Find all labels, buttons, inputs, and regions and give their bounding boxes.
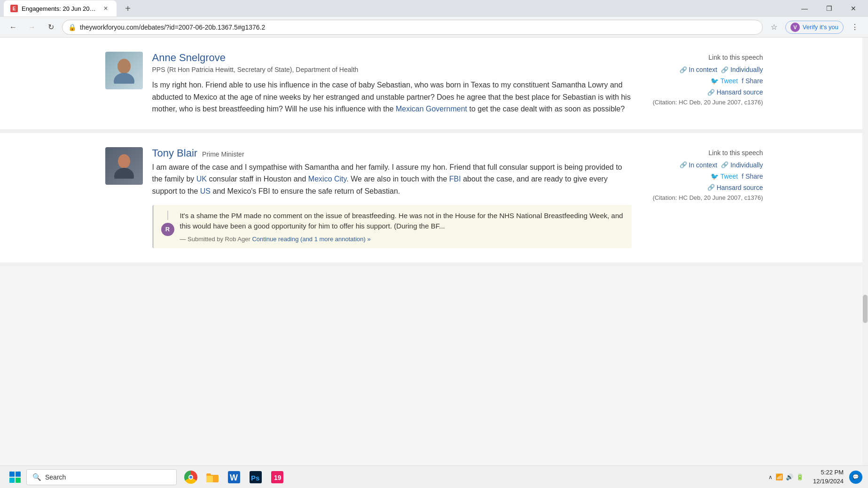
svg-point-1 — [114, 73, 134, 84]
facebook-icon-anne: f — [742, 77, 743, 85]
share-link-tony[interactable]: f Share — [742, 173, 763, 180]
hansard-link-anne[interactable]: 🔗 Hansard source — [641, 88, 763, 96]
annotation-text: It's a shame the PM made no comment on t… — [180, 211, 624, 232]
annotation-footer: — Submitted by Rob Ager Continue reading… — [180, 236, 624, 243]
notification-button[interactable]: 💬 — [849, 471, 862, 484]
link-icon-tony: 🔗 — [680, 161, 687, 168]
browser-tab[interactable]: E Engagements: 20 Jun 2007: Ho... ✕ — [4, 0, 117, 16]
link-to-speech-label-tony: Link to this speech — [641, 149, 763, 157]
twitter-icon-tony: 🐦 — [711, 173, 719, 180]
uk-link[interactable]: UK — [196, 175, 207, 183]
annotation-avatar: R — [161, 223, 174, 236]
start-button[interactable] — [6, 468, 24, 487]
back-button[interactable]: ← — [6, 20, 21, 35]
individually-link-anne[interactable]: 🔗 Individually — [721, 66, 763, 73]
speech-sidebar-tony: Link to this speech 🔗 In context 🔗 Indiv… — [641, 147, 763, 248]
taskbar-search-box[interactable]: 🔍 Search — [26, 469, 177, 485]
continue-reading-link[interactable]: Continue reading (and 1 more annotation)… — [252, 236, 370, 243]
url-text: theyworkforyou.com/debates/?id=2007-06-2… — [80, 24, 757, 31]
speech-content-anne: Anne Snelgrove PPS (Rt Hon Patricia Hewi… — [152, 52, 632, 115]
taskbar-apps: W Ps 19 — [180, 467, 288, 488]
social-actions-anne: 🐦 Tweet f Share — [641, 77, 763, 85]
speaker-name-anne[interactable]: Anne Snelgrove — [152, 52, 632, 64]
annotation-wrapper: R It's a shame the PM made no comment on… — [161, 211, 624, 243]
in-context-link-tony[interactable]: 🔗 In context — [680, 161, 718, 169]
clock-time: 5:22 PM — [813, 468, 844, 477]
facebook-icon-tony: f — [742, 173, 743, 180]
tab-close-button[interactable]: ✕ — [102, 4, 110, 13]
hansard-icon-tony: 🔗 — [707, 184, 715, 191]
svg-text:Ps: Ps — [251, 474, 259, 482]
mexico-city-link[interactable]: Mexico City — [308, 175, 347, 183]
speech-block-tony: Tony Blair Prime Minister I am aware of … — [0, 133, 868, 266]
share-link-anne[interactable]: f Share — [742, 77, 763, 85]
fbi-link[interactable]: FBI — [449, 175, 461, 183]
svg-text:W: W — [230, 473, 238, 482]
svg-point-0 — [117, 59, 131, 74]
taskbar-word[interactable]: W — [224, 467, 244, 488]
speech-sidebar-anne: Link to this speech 🔗 In context 🔗 Indiv… — [641, 52, 763, 115]
title-bar: E Engagements: 20 Jun 2007: Ho... ✕ + — … — [0, 0, 868, 17]
hansard-link-tony[interactable]: 🔗 Hansard source — [641, 184, 763, 191]
mexican-government-link[interactable]: Mexican Government — [396, 105, 467, 113]
link-icon2-anne: 🔗 — [721, 66, 728, 73]
browser-window: E Engagements: 20 Jun 2007: Ho... ✕ + — … — [0, 0, 868, 488]
battery-icon: 🔋 — [796, 473, 804, 480]
wifi-icon: 📶 — [775, 473, 783, 480]
annotation-block-tony: R It's a shame the PM made no comment on… — [152, 205, 632, 248]
link-to-speech-label-anne: Link to this speech — [641, 54, 763, 61]
chevron-icon[interactable]: ∧ — [768, 474, 773, 480]
search-icon: 🔍 — [32, 473, 41, 481]
file-explorer-icon — [206, 472, 219, 482]
system-tray: ∧ 📶 🔊 🔋 5:22 PM 12/19/2024 💬 — [765, 468, 862, 485]
window-controls: — ❐ ✕ — [794, 1, 864, 16]
social-actions-tony: 🐦 Tweet f Share — [641, 173, 763, 180]
tweet-link-tony[interactable]: 🐦 Tweet — [711, 173, 738, 180]
photoshop-icon: Ps — [250, 471, 262, 483]
menu-button[interactable]: ⋮ — [847, 20, 862, 35]
minimize-button[interactable]: — — [794, 1, 815, 16]
app5-icon: 19 — [271, 471, 283, 483]
taskbar-app5[interactable]: 19 — [267, 467, 288, 488]
scrollbar[interactable] — [862, 38, 868, 465]
navigation-bar: ← → ↻ 🔒 theyworkforyou.com/debates/?id=2… — [0, 17, 868, 38]
security-icon: 🔒 — [68, 24, 76, 31]
taskbar-file-explorer[interactable] — [202, 467, 223, 488]
refresh-button[interactable]: ↻ — [43, 20, 58, 35]
speech-block-anne: Anne Snelgrove PPS (Rt Hon Patricia Hewi… — [0, 38, 868, 133]
svg-point-3 — [114, 168, 134, 179]
taskbar: 🔍 Search W — [0, 465, 868, 488]
us-link[interactable]: US — [200, 187, 211, 195]
context-actions-anne: 🔗 In context 🔗 Individually — [641, 66, 763, 73]
taskbar-photoshop[interactable]: Ps — [245, 467, 266, 488]
search-text: Search — [45, 473, 66, 481]
svg-rect-5 — [206, 476, 213, 482]
profile-button[interactable]: V Verify it's you — [785, 21, 844, 34]
speaker-role-tony: Prime Minister — [202, 150, 244, 158]
close-button[interactable]: ✕ — [843, 1, 864, 16]
svg-text:19: 19 — [274, 474, 282, 481]
scrollbar-thumb[interactable] — [863, 295, 868, 323]
speaker-role-anne: PPS (Rt Hon Patricia Hewitt, Secretary o… — [152, 66, 632, 73]
in-context-link-anne[interactable]: 🔗 In context — [680, 66, 718, 73]
avatar-anne — [105, 52, 143, 89]
page-content: Anne Snelgrove PPS (Rt Hon Patricia Hewi… — [0, 38, 868, 465]
speech-content-tony: Tony Blair Prime Minister I am aware of … — [152, 147, 632, 248]
forward-button[interactable]: → — [24, 20, 39, 35]
tweet-link-anne[interactable]: 🐦 Tweet — [711, 77, 738, 85]
context-actions-tony: 🔗 In context 🔗 Individually — [641, 161, 763, 169]
system-clock[interactable]: 5:22 PM 12/19/2024 — [809, 468, 847, 485]
individually-link-tony[interactable]: 🔗 Individually — [721, 161, 763, 169]
speech-text-tony: I am aware of the case and I sympathise … — [152, 161, 632, 197]
profile-icon: V — [790, 23, 800, 32]
chrome-icon — [184, 471, 197, 484]
tab-favicon: E — [10, 5, 18, 12]
svg-rect-6 — [206, 473, 211, 476]
new-tab-button[interactable]: + — [120, 0, 135, 16]
taskbar-chrome[interactable] — [180, 467, 201, 488]
address-bar[interactable]: 🔒 theyworkforyou.com/debates/?id=2007-06… — [62, 20, 763, 35]
bookmark-button[interactable]: ☆ — [766, 20, 782, 35]
link-icon-anne: 🔗 — [680, 66, 687, 73]
maximize-button[interactable]: ❐ — [818, 1, 840, 16]
speaker-name-tony[interactable]: Tony Blair — [152, 147, 198, 159]
